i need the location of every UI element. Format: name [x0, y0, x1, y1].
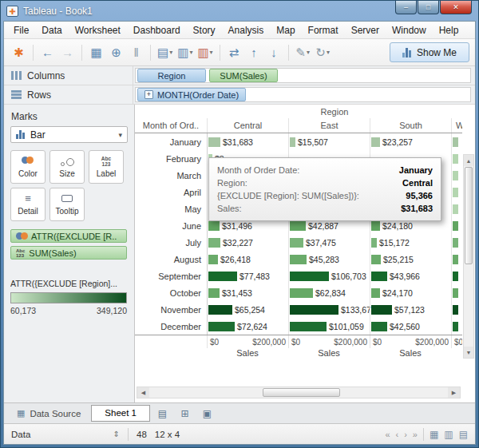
next-page-icon[interactable]: › [404, 430, 407, 439]
menu-window[interactable]: Window [386, 22, 433, 38]
horizontal-scroll-track[interactable] [149, 387, 448, 398]
new-data-source-button[interactable]: ⊕ [107, 43, 125, 62]
status-source-selector[interactable]: Data ⇕ [11, 430, 120, 439]
row-header-september[interactable]: September [135, 272, 207, 281]
expand-icon[interactable]: + [144, 90, 153, 99]
grid-view-icon[interactable]: ▦ [430, 429, 438, 440]
undo-button[interactable]: ← [38, 43, 57, 62]
bar-mark[interactable] [371, 221, 380, 231]
axis-central[interactable]: $0$200,000 [207, 335, 288, 348]
close-button[interactable]: ✕ [440, 1, 472, 14]
sort-ascending-button[interactable]: ↑ [245, 43, 263, 62]
label-button[interactable]: Abc123Label [89, 150, 124, 184]
tableau-logo-button[interactable]: ✱ [10, 43, 28, 62]
pill-sum-sales[interactable]: Abc123SUM(Sales) [10, 246, 127, 260]
menu-map[interactable]: Map [270, 22, 301, 38]
column-header-east[interactable]: East [288, 118, 370, 133]
region-dimension-header[interactable]: Region [207, 107, 462, 117]
maximize-button[interactable]: □ [418, 1, 439, 14]
bar-mark[interactable] [371, 272, 387, 281]
columns-shelf[interactable]: RegionSUM(Sales) [135, 68, 471, 83]
menu-format[interactable]: Format [302, 22, 345, 38]
show-me-button[interactable]: Show Me [390, 42, 469, 62]
tab-sheet-1[interactable]: Sheet 1 [91, 405, 150, 422]
swap-rows-columns-button[interactable]: ⇄ [225, 43, 243, 62]
pill-region[interactable]: Region [137, 69, 206, 82]
size-button[interactable]: Size [49, 150, 85, 184]
slideshow-view-icon[interactable]: ▤ [459, 429, 468, 440]
menu-story[interactable]: Story [187, 22, 222, 38]
last-page-icon[interactable]: » [413, 430, 418, 439]
bar-mark[interactable] [290, 221, 306, 231]
bar-mark[interactable] [290, 255, 307, 264]
scroll-left-icon[interactable]: ◀ [137, 387, 149, 398]
pill-sum-sales[interactable]: SUM(Sales) [209, 69, 278, 82]
color-button[interactable]: Color [10, 150, 46, 184]
row-header-april[interactable]: April [135, 188, 207, 197]
bar-mark[interactable] [453, 188, 458, 197]
axis-west[interactable]: $0 [451, 335, 462, 348]
column-header-south[interactable]: South [370, 118, 451, 133]
scroll-up-icon[interactable]: ▲ [464, 155, 473, 166]
column-header-central[interactable]: Central [207, 118, 288, 133]
pause-auto-updates-button[interactable]: ‖ [127, 43, 145, 62]
bar-mark[interactable] [208, 288, 220, 298]
menu-worksheet[interactable]: Worksheet [69, 22, 127, 38]
new-worksheet-button[interactable]: ▤▾ [156, 43, 174, 62]
bar-mark[interactable] [290, 272, 329, 281]
rows-shelf[interactable]: +MONTH(Order Date) [135, 87, 471, 102]
menu-data[interactable]: Data [35, 22, 68, 38]
menu-file[interactable]: File [7, 22, 35, 38]
row-header-january[interactable]: January [135, 137, 207, 147]
bar-mark[interactable] [208, 137, 220, 147]
refresh-button[interactable]: ↻▾ [314, 43, 332, 62]
title-bar[interactable]: ✚ Tableau - Book1 –□✕ [1, 1, 478, 21]
menu-server[interactable]: Server [345, 22, 386, 38]
bar-mark[interactable] [371, 238, 377, 248]
bar-mark[interactable] [290, 305, 338, 315]
redo-button[interactable]: → [58, 43, 77, 62]
bar-mark[interactable] [371, 288, 380, 298]
axis-east[interactable]: $0$200,000 [288, 335, 370, 348]
previous-page-icon[interactable]: ‹ [396, 430, 399, 439]
vertical-scroll-track[interactable]: ▲ ▼ [463, 154, 474, 359]
pill-month-order-date[interactable]: +MONTH(Order Date) [137, 88, 246, 101]
row-header-december[interactable]: December [135, 322, 207, 331]
data-source-tab[interactable]: ▦ Data Source [9, 405, 89, 422]
row-header-february[interactable]: February [135, 154, 207, 164]
minimize-button[interactable]: – [395, 1, 417, 14]
menu-help[interactable]: Help [433, 22, 465, 38]
duplicate-sheet-button[interactable]: ▥▾ [176, 43, 194, 62]
new-dashboard-button[interactable]: ⊞ [175, 406, 195, 422]
bar-mark[interactable] [208, 272, 237, 281]
bar-mark[interactable] [453, 322, 458, 331]
menu-analysis[interactable]: Analysis [222, 22, 271, 38]
bar-mark[interactable] [208, 305, 232, 315]
menu-dashboard[interactable]: Dashboard [127, 22, 187, 38]
detail-button[interactable]: ≡Detail [10, 188, 46, 221]
row-header-november[interactable]: November [135, 305, 207, 315]
filmstrip-view-icon[interactable]: ▥ [444, 429, 453, 440]
tooltip-button[interactable]: Tooltip [49, 188, 85, 221]
first-page-icon[interactable]: « [385, 430, 390, 439]
color-legend[interactable]: ATTR({EXCLUDE [Region]... 60,173 349,120 [10, 279, 127, 315]
bar-mark[interactable] [371, 255, 381, 264]
bar-mark[interactable] [453, 154, 458, 164]
highlight-button[interactable]: ✎▾ [294, 43, 312, 62]
new-story-button[interactable]: ▣ [197, 406, 217, 422]
bar-mark[interactable] [208, 255, 218, 264]
bar-mark[interactable] [371, 137, 380, 147]
save-button[interactable]: ▦ [87, 43, 105, 62]
row-header-october[interactable]: October [135, 288, 207, 298]
new-worksheet-button[interactable]: ▤ [152, 406, 172, 422]
bar-mark[interactable] [208, 238, 220, 248]
column-header-west[interactable]: West [451, 118, 462, 133]
bar-mark[interactable] [453, 171, 458, 180]
bar-mark[interactable] [290, 137, 295, 147]
bar-mark[interactable] [290, 238, 303, 248]
bar-mark[interactable] [453, 255, 458, 264]
bar-mark[interactable] [290, 288, 313, 298]
bar-mark[interactable] [208, 322, 235, 331]
row-header-may[interactable]: May [135, 204, 207, 214]
pill-attr-exclude-r[interactable]: ATTR({EXCLUDE [R.. [10, 229, 127, 243]
